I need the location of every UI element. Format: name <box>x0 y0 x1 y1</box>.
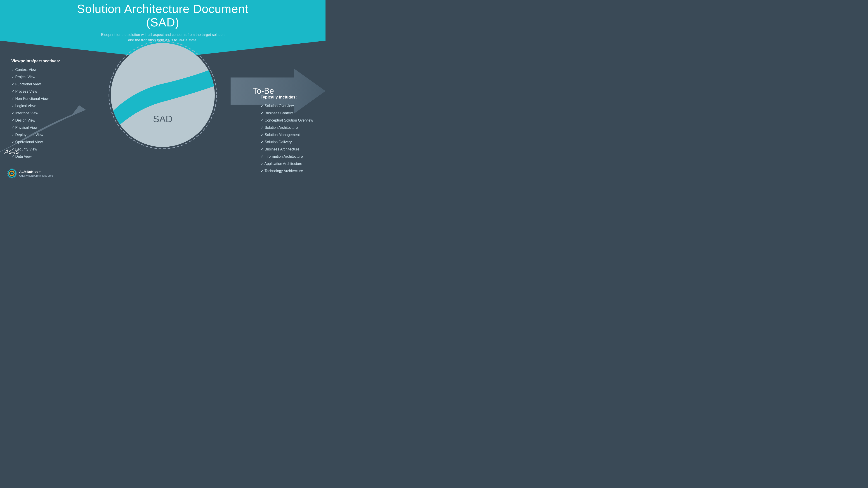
logo-name: ALMBoK.com <box>19 169 53 174</box>
title-area: Solution Architecture Document (SAD) Blu… <box>0 2 326 43</box>
list-item: Information Architecture <box>260 153 313 160</box>
list-item: Solution Management <box>260 131 313 138</box>
list-item: Process View <box>11 88 60 95</box>
title-line1: Solution Architecture Document <box>77 2 248 15</box>
list-item: Physical View <box>11 124 60 131</box>
list-item: Application Architecture <box>260 160 313 167</box>
svg-point-11 <box>11 173 13 174</box>
logo-tagline: Quality software in less time <box>19 174 53 178</box>
title-line2: (SAD) <box>146 16 180 29</box>
svg-text:SAD: SAD <box>153 113 173 124</box>
left-panel-heading: Viewpoints/perspectives: <box>11 59 60 64</box>
logo-icon <box>7 168 17 178</box>
right-panel-heading: Typically includes: <box>260 95 313 100</box>
right-panel: Typically includes: Solution Overview Bu… <box>260 95 313 175</box>
center-diagram: SAD <box>104 36 221 154</box>
list-item: Data View <box>11 153 60 160</box>
logo: ALMBoK.com Quality software in less time <box>7 168 53 178</box>
list-item: Technology Architecture <box>260 167 313 175</box>
list-item: Business Architecture <box>260 146 313 153</box>
list-item: Solution Overview <box>260 102 313 109</box>
list-item: Business Context <box>260 109 313 117</box>
list-item: Functional View <box>11 80 60 88</box>
list-item: Context View <box>11 66 60 73</box>
viewpoints-list: Context View Project View Functional Vie… <box>11 66 60 160</box>
left-panel: Viewpoints/perspectives: Context View Pr… <box>11 59 60 160</box>
list-item: Operational View <box>11 138 60 146</box>
list-item: Solution Architecture <box>260 124 313 131</box>
list-item: Design View <box>11 117 60 124</box>
list-item: Security View <box>11 146 60 153</box>
main-title: Solution Architecture Document (SAD) <box>0 2 326 29</box>
list-item: Project View <box>11 73 60 80</box>
logo-text: ALMBoK.com Quality software in less time <box>19 169 53 178</box>
list-item: Conceptual Solution Overview <box>260 117 313 124</box>
list-item: Non-Functional View <box>11 95 60 102</box>
list-item: Logical View <box>11 102 60 109</box>
subtitle: Blueprint for the solution with all aspe… <box>0 32 326 43</box>
list-item: Interface View <box>11 109 60 117</box>
list-item: Deployment View <box>11 131 60 138</box>
includes-list: Solution Overview Business Context Conce… <box>260 102 313 175</box>
subtitle-line1: Blueprint for the solution with all aspe… <box>101 33 224 37</box>
svg-text:To-Be: To-Be <box>253 86 274 96</box>
list-item: Solution Delivery <box>260 138 313 146</box>
subtitle-line2: and the transition from As-Is to To-Be s… <box>128 38 197 42</box>
